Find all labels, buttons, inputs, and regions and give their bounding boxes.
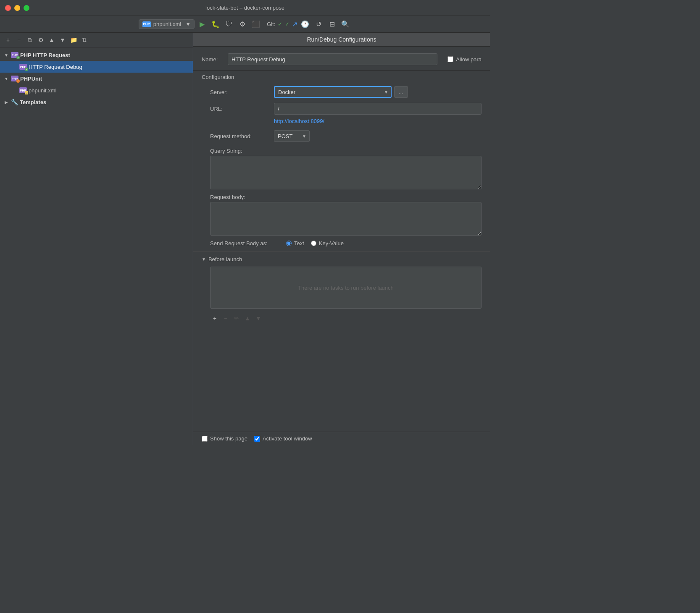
- sidebar-item-label: PHP HTTP Request: [20, 52, 70, 58]
- up-config-button[interactable]: ▲: [47, 35, 56, 45]
- sidebar-item-phpunit-group[interactable]: ▼ PHP ✓ PHPUnit: [0, 73, 193, 84]
- badge-icon: ✓: [16, 56, 20, 59]
- down-config-button[interactable]: ▼: [58, 35, 67, 45]
- sidebar-item-label: phpunit.xml: [29, 87, 56, 94]
- before-launch-section: ▼ Before launch There are no tasks to ru…: [193, 251, 490, 325]
- coverage-button[interactable]: 🛡: [223, 18, 235, 30]
- sidebar-item-label: PHPUnit: [20, 76, 42, 82]
- main-toolbar: PHP phpunit.xml ▼ ▶ 🐛 🛡 ⚙ ⬛ Git: ✓ ✓ ↗ 🕐…: [0, 16, 490, 33]
- before-launch-arrow-icon: ▼: [202, 257, 206, 262]
- run-button[interactable]: ▶: [196, 18, 208, 30]
- allow-parallel-option[interactable]: Allow para: [447, 56, 482, 63]
- build-button[interactable]: ⚙: [237, 18, 248, 30]
- sidebar-toolbar: + − ⧉ ⚙ ▲ ▼ 📁 ⇅: [0, 33, 193, 47]
- query-string-textarea[interactable]: [210, 156, 482, 189]
- browse-server-button[interactable]: ...: [394, 86, 408, 98]
- folder-config-button[interactable]: 📁: [69, 35, 78, 45]
- url-label: URL:: [210, 106, 269, 112]
- show-this-page-label: Show this page: [210, 435, 247, 442]
- server-label: Server:: [210, 89, 269, 95]
- method-label: Request method:: [210, 133, 269, 139]
- php-item-icon: PHP ✓: [19, 64, 27, 70]
- before-launch-down-button[interactable]: ▼: [254, 314, 263, 323]
- layout-button[interactable]: ⊟: [326, 18, 338, 30]
- git-push-icon: ↗: [292, 20, 297, 28]
- maximize-button[interactable]: [24, 5, 29, 11]
- server-row: Server: Docker localhost Remote ▼ ...: [193, 84, 490, 100]
- activate-tool-window-label: Activate tool window: [263, 435, 312, 442]
- git-check1-icon: ✓: [278, 21, 282, 27]
- expand-arrow-placeholder: [12, 87, 18, 93]
- before-launch-header[interactable]: ▼ Before launch: [193, 252, 490, 267]
- send-as-label: Send Request Body as:: [210, 240, 279, 246]
- name-row: Name: Allow para: [193, 47, 490, 70]
- expand-arrow-icon: ▶: [3, 99, 9, 105]
- clock-button[interactable]: 🕐: [299, 18, 311, 30]
- right-panel: Run/Debug Configurations Name: Allow par…: [193, 33, 490, 445]
- title-bar: lock-slate-bot – docker-compose: [0, 0, 490, 16]
- server-control-wrap: Docker localhost Remote ▼ ...: [274, 86, 482, 98]
- settings-config-button[interactable]: ⚙: [36, 35, 45, 45]
- sidebar-item-phpunit-xml[interactable]: PHP ✓ phpunit.xml: [0, 84, 193, 96]
- allow-parallel-checkbox[interactable]: [447, 56, 453, 62]
- allow-parallel-label: Allow para: [456, 56, 482, 63]
- wrench-icon: 🔧: [11, 99, 18, 105]
- before-launch-add-button[interactable]: +: [210, 314, 219, 323]
- method-select[interactable]: POST GET PUT DELETE PATCH: [274, 130, 310, 142]
- no-tasks-text: There are no tasks to run before launch: [298, 285, 394, 291]
- minimize-button[interactable]: [14, 5, 20, 11]
- remove-config-button[interactable]: −: [14, 35, 24, 45]
- bottom-bar: Show this page Activate tool window: [193, 432, 490, 445]
- sidebar-item-templates-group[interactable]: ▶ 🔧 Templates: [0, 96, 193, 108]
- search-button[interactable]: 🔍: [339, 18, 351, 30]
- xml-badge-icon: ✓: [25, 91, 28, 94]
- url-control-wrap: [274, 103, 482, 115]
- sidebar-item-label: HTTP Request Debug: [29, 64, 82, 70]
- server-select-wrapper: Docker localhost Remote ▼: [274, 86, 392, 98]
- show-this-page-option[interactable]: Show this page: [202, 435, 247, 442]
- name-input[interactable]: [228, 53, 437, 65]
- copy-config-button[interactable]: ⧉: [25, 35, 34, 45]
- server-select[interactable]: Docker localhost Remote: [274, 86, 392, 98]
- add-config-button[interactable]: +: [3, 35, 13, 45]
- text-radio-input[interactable]: [286, 241, 292, 246]
- config-name: phpunit.xml: [153, 21, 181, 27]
- close-button[interactable]: [5, 5, 11, 11]
- activate-tool-window-checkbox[interactable]: [254, 436, 260, 442]
- php-unit-icon: PHP ✓: [11, 76, 18, 81]
- url-input[interactable]: [274, 103, 482, 115]
- sidebar-item-http-request-debug[interactable]: PHP ✓ HTTP Request Debug: [0, 61, 193, 73]
- back-button[interactable]: ↺: [313, 18, 324, 30]
- url-row: URL:: [193, 100, 490, 117]
- before-launch-remove-button[interactable]: −: [221, 314, 230, 323]
- sidebar-item-label: Templates: [20, 99, 46, 105]
- dialog-title: Run/Debug Configurations: [193, 33, 490, 47]
- sidebar-item-php-http-request-group[interactable]: ▼ PHP ✓ PHP HTTP Request: [0, 49, 193, 61]
- show-this-page-checkbox[interactable]: [202, 436, 208, 442]
- activate-tool-window-option[interactable]: Activate tool window: [254, 435, 312, 442]
- request-body-label: Request body:: [193, 191, 490, 202]
- sort-config-button[interactable]: ⇅: [80, 35, 89, 45]
- text-radio-option[interactable]: Text: [286, 240, 304, 246]
- request-body-textarea[interactable]: [210, 202, 482, 236]
- phpunit-badge-icon: ✓: [16, 79, 20, 83]
- debug-button[interactable]: 🐛: [210, 18, 221, 30]
- query-string-label: Query String:: [193, 144, 490, 156]
- key-value-radio-input[interactable]: [311, 241, 316, 246]
- window-title: lock-slate-bot – docker-compose: [205, 5, 284, 11]
- expand-arrow-icon: ▼: [3, 52, 9, 58]
- url-hint[interactable]: http://localhost:8099/: [193, 117, 490, 128]
- traffic-lights[interactable]: [5, 5, 29, 11]
- configuration-section-header: Configuration: [193, 70, 490, 84]
- expand-arrow-icon: ▼: [3, 76, 9, 81]
- method-control-wrap: POST GET PUT DELETE PATCH ▼: [274, 130, 482, 142]
- stop-button[interactable]: ⬛: [250, 18, 262, 30]
- before-launch-up-button[interactable]: ▲: [243, 314, 252, 323]
- main-layout: + − ⧉ ⚙ ▲ ▼ 📁 ⇅ ▼ PHP ✓ PHP HTTP Request: [0, 33, 490, 445]
- run-config-selector[interactable]: PHP phpunit.xml ▼: [139, 19, 195, 29]
- key-value-radio-option[interactable]: Key-Value: [311, 240, 344, 246]
- php-config-icon: PHP: [142, 21, 151, 27]
- send-as-row: Send Request Body as: Text Key-Value: [193, 237, 490, 250]
- config-tree: ▼ PHP ✓ PHP HTTP Request PHP ✓ HTTP Req: [0, 47, 193, 445]
- before-launch-edit-button[interactable]: ✏: [232, 314, 241, 323]
